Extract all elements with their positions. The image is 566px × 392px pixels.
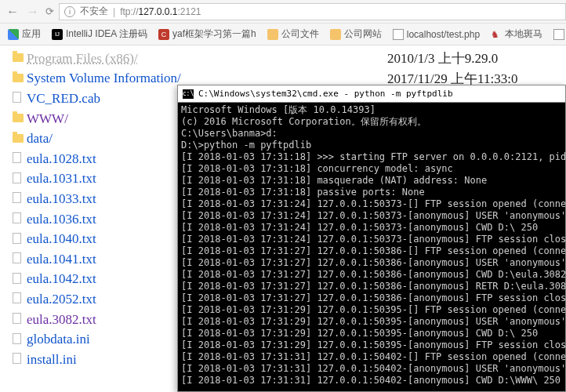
folder-icon bbox=[13, 114, 24, 122]
cmd-title-text: C:\Windows\system32\cmd.exe - python -m … bbox=[198, 89, 453, 99]
cmd-output[interactable]: Microsoft Windows [版本 10.0.14393](c) 201… bbox=[178, 103, 565, 390]
cmd-line: [I 2018-01-03 17:31:31] 127.0.0.1:50402-… bbox=[181, 375, 562, 387]
file-link[interactable]: Program Files (x86)/ bbox=[27, 51, 293, 67]
file-icon bbox=[13, 152, 21, 163]
cmd-line: [I 2018-01-03 17:31:27] 127.0.0.1:50386-… bbox=[181, 281, 562, 292]
bookmark-amaze[interactable]: Amaze U bbox=[553, 29, 566, 40]
cmd-line: [I 2018-01-03 17:31:27] 127.0.0.1:50386-… bbox=[181, 269, 562, 281]
csdn-icon: C bbox=[158, 29, 169, 40]
bookmark-intellij[interactable]: IJIntelliJ IDEA 注册码 bbox=[52, 27, 147, 41]
cmd-line: [I 2018-01-03 17:31:29] 127.0.0.1:50395-… bbox=[181, 304, 562, 316]
cmd-line: C:\Users\banma>d: bbox=[181, 128, 562, 140]
file-icon bbox=[13, 192, 21, 203]
cmd-line: [I 2018-01-03 17:31:31] 127.0.0.1:50402-… bbox=[181, 351, 562, 363]
bookmark-company-site[interactable]: 公司网站 bbox=[330, 27, 382, 41]
address-bar[interactable]: i 不安全 | ftp://127.0.0.1:2121 bbox=[59, 3, 566, 20]
file-date: 2010/1/3 上十9.29.0 bbox=[364, 49, 498, 67]
file-icon bbox=[13, 273, 21, 284]
file-icon bbox=[13, 333, 21, 344]
horse-icon: ♞ bbox=[491, 29, 502, 40]
back-button[interactable]: ← bbox=[6, 5, 19, 19]
cmd-line: [I 2018-01-03 17:31:18] passive ports: N… bbox=[181, 187, 562, 198]
cmd-line: [I 2018-01-03 17:31:29] 127.0.0.1:50395-… bbox=[181, 316, 562, 328]
cmd-line: [I 2018-01-03 17:31:27] 127.0.0.1:50386-… bbox=[181, 245, 562, 257]
folder-icon bbox=[330, 29, 341, 40]
reload-button[interactable]: ⟳ bbox=[45, 5, 54, 17]
page-icon bbox=[393, 29, 404, 40]
info-icon[interactable]: i bbox=[64, 6, 75, 17]
listing-row: Program Files (x86)/2010/1/3 上十9.29.0 bbox=[13, 49, 566, 69]
apps-icon bbox=[8, 29, 19, 40]
file-icon bbox=[13, 252, 21, 263]
cmd-line: Microsoft Windows [版本 10.0.14393] bbox=[181, 104, 562, 116]
cmd-line: [I 2018-01-03 17:31:18] masquerade (NAT)… bbox=[181, 175, 562, 187]
bookmark-localhost[interactable]: localhost/test.php bbox=[393, 29, 480, 40]
file-icon bbox=[13, 172, 21, 183]
bookmarks-bar: 应用 IJIntelliJ IDEA 注册码 Cyaf框架学习第一篇h 公司文件… bbox=[0, 24, 566, 45]
apps-shortcut[interactable]: 应用 bbox=[8, 27, 41, 41]
intellij-icon: IJ bbox=[52, 29, 63, 40]
cmd-line: [I 2018-01-03 17:31:24] 127.0.0.1:50373-… bbox=[181, 234, 562, 245]
url-text: ftp://127.0.0.1:2121 bbox=[120, 6, 201, 17]
file-icon bbox=[13, 233, 21, 244]
file-icon bbox=[13, 92, 21, 103]
cmd-line: [I 2018-01-03 17:31:24] 127.0.0.1:50373-… bbox=[181, 210, 562, 222]
nav-arrows: ← → bbox=[0, 5, 45, 19]
cmd-line: [I 2018-01-03 17:31:29] 127.0.0.1:50395-… bbox=[181, 328, 562, 339]
cmd-icon: c:\ bbox=[183, 89, 194, 99]
browser-toolbar: ← → ⟳ i 不安全 | ftp://127.0.0.1:2121 bbox=[0, 0, 566, 24]
cmd-line: [I 2018-01-03 17:31:18] >>> starting FTP… bbox=[181, 151, 562, 163]
page-icon bbox=[553, 29, 564, 40]
cmd-window[interactable]: c:\ C:\Windows\system32\cmd.exe - python… bbox=[177, 85, 566, 392]
bookmark-yaf[interactable]: Cyaf框架学习第一篇h bbox=[158, 27, 256, 41]
cmd-line: [I 2018-01-03 17:31:18] concurrency mode… bbox=[181, 163, 562, 175]
cmd-line: [I 2018-01-03 17:31:24] 127.0.0.1:50373-… bbox=[181, 198, 562, 210]
bookmark-company-docs[interactable]: 公司文件 bbox=[267, 27, 319, 41]
cmd-line: [I 2018-01-03 17:31:29] 127.0.0.1:50395-… bbox=[181, 339, 562, 351]
cmd-line: [I 2018-01-03 17:31:27] 127.0.0.1:50386-… bbox=[181, 257, 562, 269]
folder-icon bbox=[267, 29, 278, 40]
file-icon bbox=[13, 212, 21, 223]
cmd-line: (c) 2016 Microsoft Corporation。保留所有权利。 bbox=[181, 116, 562, 128]
file-icon bbox=[13, 313, 21, 324]
file-icon bbox=[13, 292, 21, 303]
cmd-line: [I 2018-01-03 17:31:24] 127.0.0.1:50373-… bbox=[181, 222, 562, 234]
forward-button[interactable]: → bbox=[27, 5, 39, 19]
folder-icon bbox=[13, 134, 24, 143]
file-icon bbox=[13, 353, 21, 364]
folder-icon bbox=[13, 53, 24, 62]
cmd-titlebar[interactable]: c:\ C:\Windows\system32\cmd.exe - python… bbox=[178, 85, 565, 103]
security-label: 不安全 bbox=[80, 5, 108, 18]
cmd-line: [I 2018-01-03 17:31:27] 127.0.0.1:50386-… bbox=[181, 292, 562, 304]
divider: | bbox=[113, 6, 115, 17]
cmd-line: D:\>python -m pyftpdlib bbox=[181, 140, 562, 151]
folder-icon bbox=[13, 74, 24, 82]
cmd-line: [I 2018-01-03 17:31:31] 127.0.0.1:50402-… bbox=[181, 363, 562, 375]
bookmark-local-horse[interactable]: ♞本地斑马 bbox=[491, 27, 542, 41]
